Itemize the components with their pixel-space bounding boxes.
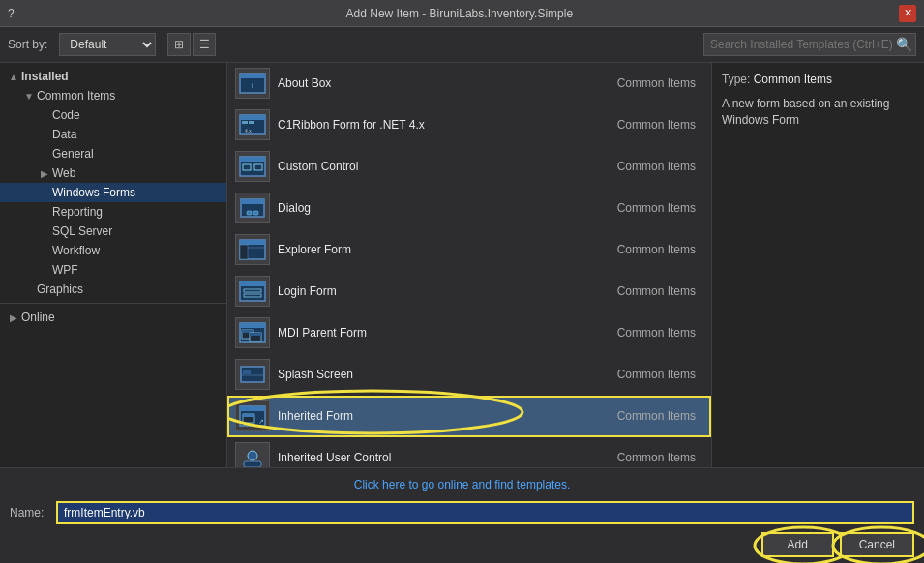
grid-view-button[interactable]: ⊞ [167, 33, 191, 56]
dialog: Sort by: Default Name Type ⊞ ☰ 🔍 ▲ Insta… [0, 27, 924, 563]
item-icon [235, 276, 270, 307]
item-icon [235, 234, 270, 265]
item-icon [235, 359, 270, 390]
svg-rect-5 [242, 121, 248, 124]
tree-item-common-items[interactable]: ▼ Common Items [0, 86, 226, 105]
tree-item-data[interactable]: Data [0, 125, 226, 144]
item-category: Common Items [617, 201, 696, 215]
tree-label: Code [52, 107, 226, 123]
tree-label: Common Items [37, 88, 226, 104]
item-icon [235, 442, 270, 467]
tree-item-wpf[interactable]: WPF [0, 260, 226, 280]
name-input[interactable] [56, 501, 914, 524]
item-name: C1Ribbon Form for .NET 4.x [278, 118, 617, 132]
tree-item-code[interactable]: Code [0, 105, 226, 125]
dialog-title: Add New Item - BiruniLabs.Inventory.Simp… [20, 7, 899, 20]
svg-rect-36 [243, 414, 254, 417]
tree-item-general[interactable]: General [0, 144, 226, 163]
list-item[interactable]: MDI Parent Form Common Items [227, 312, 711, 354]
expand-icon: ▲ [6, 72, 21, 82]
left-panel: ▲ Installed ▼ Common Items Code Data Gen… [0, 63, 227, 467]
tree-item-reporting[interactable]: Reporting [0, 202, 226, 222]
item-icon: i [235, 68, 270, 99]
list-item[interactable]: Custom Control Common Items [227, 146, 711, 188]
item-category: Common Items [617, 160, 696, 173]
tree-label: Graphics [37, 282, 226, 297]
list-item[interactable]: 4.x C1Ribbon Form for .NET 4.x Common It… [227, 104, 711, 146]
name-row: Name: [10, 497, 914, 528]
svg-rect-6 [249, 121, 254, 124]
right-panel: Type: Common Items A new form based on a… [711, 63, 924, 467]
item-name: Splash Screen [278, 368, 617, 381]
add-button[interactable]: Add [761, 532, 834, 557]
search-icon: 🔍 [896, 37, 912, 52]
search-wrapper: 🔍 [703, 33, 916, 56]
list-item-inherited-form[interactable]: ↗ Inherited Form Common Items [227, 396, 711, 437]
svg-text:4.x: 4.x [245, 128, 252, 133]
type-prefix: Type: [722, 73, 754, 86]
title-bar-controls: ✕ [899, 5, 916, 22]
tree-item-sql-server[interactable]: SQL Server [0, 222, 226, 241]
svg-rect-29 [250, 333, 261, 336]
item-icon: ↗ [235, 400, 270, 431]
tree-item-online[interactable]: ▶ Online [0, 308, 226, 327]
svg-text:↗: ↗ [258, 418, 264, 425]
list-item[interactable]: Inherited User Control Common Items [227, 437, 711, 467]
item-name: Custom Control [278, 160, 617, 173]
list-item[interactable]: Explorer Form Common Items [227, 229, 711, 271]
item-category: Common Items [617, 243, 696, 256]
tree-label: Online [21, 310, 226, 325]
item-icon: 4.x [235, 109, 270, 140]
type-label: Type: Common Items [722, 73, 914, 86]
items-list: i About Box Common Items 4.x [227, 63, 711, 467]
svg-rect-27 [242, 330, 253, 333]
expand-icon: ▶ [37, 168, 52, 179]
item-category: Common Items [617, 118, 696, 132]
tree-label: Web [52, 165, 226, 181]
tree-item-workflow[interactable]: Workflow [0, 241, 226, 260]
tree-label: Windows Forms [52, 185, 226, 200]
close-button[interactable]: ✕ [899, 5, 916, 22]
search-input[interactable] [703, 33, 916, 56]
sort-label: Sort by: [8, 38, 47, 51]
item-category: Common Items [617, 326, 696, 340]
list-item[interactable]: Dialog Common Items [227, 188, 711, 229]
toolbar: Sort by: Default Name Type ⊞ ☰ 🔍 [0, 27, 924, 63]
item-name: Login Form [278, 284, 617, 298]
buttons-row: Add Cancel [10, 528, 914, 557]
item-name: Explorer Form [278, 243, 617, 256]
tree-item-graphics[interactable]: Graphics [0, 280, 226, 299]
item-name: About Box [278, 76, 617, 90]
tree-item-installed[interactable]: ▲ Installed [0, 67, 226, 86]
list-item[interactable]: i About Box Common Items [227, 63, 711, 104]
middle-panel: i About Box Common Items 4.x [227, 63, 711, 467]
tree-item-web[interactable]: ▶ Web [0, 163, 226, 183]
title-bar-question[interactable]: ? [8, 7, 15, 20]
online-link-row: Click here to go online and find templat… [10, 474, 914, 497]
cancel-button[interactable]: Cancel [840, 532, 914, 557]
online-link[interactable]: Click here to go online and find templat… [354, 478, 570, 491]
tree-label: Installed [21, 69, 226, 84]
item-icon [235, 193, 270, 223]
svg-rect-1 [240, 74, 265, 78]
list-item[interactable]: Splash Screen Common Items [227, 354, 711, 396]
item-icon [235, 151, 270, 182]
item-name: Dialog [278, 201, 617, 215]
item-category: Common Items [617, 368, 696, 381]
tree-label: SQL Server [52, 223, 226, 239]
tree-label: Data [52, 127, 226, 142]
list-item[interactable]: Login Form Common Items [227, 271, 711, 312]
item-icon [235, 317, 270, 348]
svg-rect-34 [240, 406, 265, 411]
bottom-area: Click here to go online and find templat… [0, 467, 924, 563]
item-name: Inherited Form [278, 409, 617, 423]
sort-select[interactable]: Default Name Type [59, 33, 156, 56]
type-value: Common Items [754, 73, 832, 86]
list-view-button[interactable]: ☰ [193, 33, 216, 56]
tree-label: Workflow [52, 243, 226, 258]
svg-rect-13 [241, 199, 264, 204]
tree-item-windows-forms[interactable]: Windows Forms [0, 183, 226, 202]
svg-rect-17 [240, 240, 265, 245]
grid-icon: ⊞ [174, 38, 184, 51]
title-bar: ? Add New Item - BiruniLabs.Inventory.Si… [0, 0, 924, 27]
